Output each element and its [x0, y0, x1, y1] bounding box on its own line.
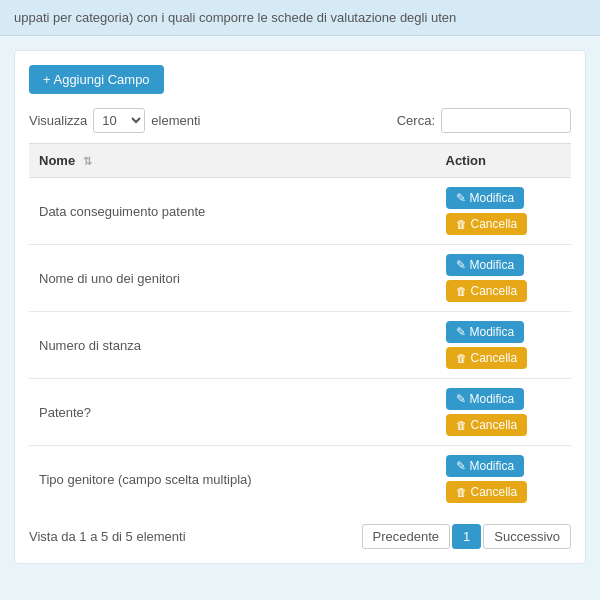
- cell-nome: Tipo genitore (campo scelta multipla): [29, 446, 436, 513]
- page-1-button[interactable]: 1: [452, 524, 481, 549]
- trash-icon: [456, 284, 467, 298]
- pencil-icon: [456, 258, 466, 272]
- search-input[interactable]: [441, 108, 571, 133]
- cancella-button[interactable]: Cancella: [446, 414, 528, 436]
- pagination-info: Vista da 1 a 5 di 5 elementi: [29, 529, 186, 544]
- main-container: + Aggiungi Campo Visualizza 10 25 50 100…: [14, 50, 586, 564]
- cell-action: ModificaCancella: [436, 379, 572, 446]
- visualizza-label: Visualizza: [29, 113, 87, 128]
- trash-icon: [456, 485, 467, 499]
- toolbar: Visualizza 10 25 50 100 elementi Cerca:: [29, 108, 571, 133]
- table-header-row: Nome ⇅ Action: [29, 144, 571, 178]
- pagination-controls: Precedente 1 Successivo: [362, 524, 571, 549]
- action-cell: ModificaCancella: [446, 254, 562, 302]
- cell-nome: Data conseguimento patente: [29, 178, 436, 245]
- pagination-row: Vista da 1 a 5 di 5 elementi Precedente …: [29, 524, 571, 549]
- table-row: Numero di stanzaModificaCancella: [29, 312, 571, 379]
- top-bar-text: uppati per categoria) con i quali compor…: [14, 10, 456, 25]
- cell-action: ModificaCancella: [436, 178, 572, 245]
- cancella-button[interactable]: Cancella: [446, 481, 528, 503]
- cell-nome: Numero di stanza: [29, 312, 436, 379]
- cancella-button[interactable]: Cancella: [446, 280, 528, 302]
- next-page-button[interactable]: Successivo: [483, 524, 571, 549]
- pencil-icon: [456, 325, 466, 339]
- trash-icon: [456, 217, 467, 231]
- sort-icon: ⇅: [83, 155, 92, 168]
- add-campo-button[interactable]: + Aggiungi Campo: [29, 65, 164, 94]
- cancella-button[interactable]: Cancella: [446, 347, 528, 369]
- table-row: Patente?ModificaCancella: [29, 379, 571, 446]
- per-page-select[interactable]: 10 25 50 100: [93, 108, 145, 133]
- pencil-icon: [456, 459, 466, 473]
- elementi-label: elementi: [151, 113, 200, 128]
- col-nome-header: Nome ⇅: [29, 144, 436, 178]
- pencil-icon: [456, 392, 466, 406]
- col-action-header: Action: [436, 144, 572, 178]
- cell-nome: Patente?: [29, 379, 436, 446]
- cell-nome: Nome di uno dei genitori: [29, 245, 436, 312]
- table-row: Data conseguimento patenteModificaCancel…: [29, 178, 571, 245]
- modifica-button[interactable]: Modifica: [446, 455, 525, 477]
- table-row: Nome di uno dei genitoriModificaCancella: [29, 245, 571, 312]
- action-cell: ModificaCancella: [446, 388, 562, 436]
- prev-page-button[interactable]: Precedente: [362, 524, 451, 549]
- cell-action: ModificaCancella: [436, 446, 572, 513]
- action-cell: ModificaCancella: [446, 321, 562, 369]
- data-table: Nome ⇅ Action Data conseguimento patente…: [29, 143, 571, 512]
- modifica-button[interactable]: Modifica: [446, 388, 525, 410]
- cell-action: ModificaCancella: [436, 312, 572, 379]
- cancella-button[interactable]: Cancella: [446, 213, 528, 235]
- top-bar: uppati per categoria) con i quali compor…: [0, 0, 600, 36]
- modifica-button[interactable]: Modifica: [446, 254, 525, 276]
- cerca-label: Cerca:: [397, 113, 435, 128]
- action-cell: ModificaCancella: [446, 455, 562, 503]
- modifica-button[interactable]: Modifica: [446, 321, 525, 343]
- trash-icon: [456, 418, 467, 432]
- pencil-icon: [456, 191, 466, 205]
- toolbar-left: Visualizza 10 25 50 100 elementi: [29, 108, 200, 133]
- toolbar-right: Cerca:: [397, 108, 571, 133]
- table-row: Tipo genitore (campo scelta multipla)Mod…: [29, 446, 571, 513]
- cell-action: ModificaCancella: [436, 245, 572, 312]
- modifica-button[interactable]: Modifica: [446, 187, 525, 209]
- trash-icon: [456, 351, 467, 365]
- action-cell: ModificaCancella: [446, 187, 562, 235]
